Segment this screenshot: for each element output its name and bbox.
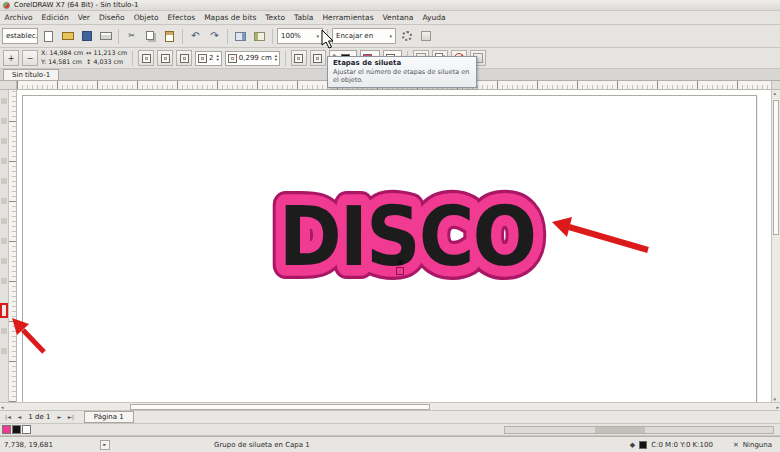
menu-ventana[interactable]: Ventana (378, 11, 418, 24)
y-position-value: 14,581 cm (48, 58, 82, 65)
round-corners-button[interactable] (310, 50, 326, 66)
preset-dropdown[interactable]: establec... (2, 28, 38, 44)
to-center-contour-button[interactable] (138, 50, 154, 66)
title-bar: CorelDRAW X7 (64 Bit) - Sin título-1 (0, 0, 780, 11)
application-launcher-button[interactable] (417, 28, 434, 45)
new-document-button[interactable] (40, 28, 57, 45)
delete-preset-button[interactable]: − (22, 50, 38, 66)
document-tab[interactable]: Sin título-1 (3, 69, 59, 80)
toolbox-tool[interactable] (1, 328, 7, 334)
width-icon: ↔ (86, 49, 91, 56)
snap-to-dropdown[interactable]: Encajar en (332, 28, 396, 44)
fill-indicator-icon: ◆ (630, 441, 635, 449)
last-page-button[interactable]: ►| (66, 412, 76, 423)
toolbox-tool[interactable] (1, 178, 7, 184)
object-height-value: 4,033 cm (93, 58, 123, 65)
page-tab[interactable]: Página 1 (84, 411, 134, 423)
cut-icon: ✂ (128, 31, 135, 41)
contour-offset-handle[interactable] (396, 267, 404, 275)
menu-mapas-de-bits[interactable]: Mapas de bits (200, 11, 261, 24)
inside-contour-button[interactable] (157, 50, 173, 66)
vertical-ruler[interactable] (9, 90, 17, 402)
menu-ayuda[interactable]: Ayuda (418, 11, 450, 24)
menu-herramientas[interactable]: Herramientas (318, 11, 378, 24)
vertical-scrollbar[interactable] (771, 90, 780, 402)
menu-edicion[interactable]: Edición (37, 11, 73, 24)
menu-objeto[interactable]: Objeto (129, 11, 163, 24)
toolbox-tool[interactable] (1, 158, 7, 164)
export-button[interactable] (251, 28, 268, 45)
undo-button[interactable]: ↶ (187, 28, 204, 45)
add-preset-button[interactable]: + (3, 50, 19, 66)
ruler-options-button[interactable] (771, 81, 780, 90)
toolbox-tool[interactable] (1, 238, 7, 244)
horizontal-scrollbar[interactable] (0, 402, 780, 411)
undo-icon: ↶ (191, 31, 199, 41)
save-button[interactable] (78, 28, 95, 45)
menu-efectos[interactable]: Efectos (163, 11, 200, 24)
horizontal-scroll-thumb[interactable] (130, 404, 430, 410)
contour-offset-field[interactable]: 0,299 cm (225, 51, 280, 66)
application-launcher-icon (421, 31, 431, 41)
to-center-contour-icon (142, 54, 151, 63)
object-size-fields[interactable]: ↔ 11,213 cm ↕ 4,033 cm (86, 49, 127, 66)
miter-corners-icon (294, 54, 303, 63)
paste-button[interactable] (161, 28, 178, 45)
toolbar-separator (272, 29, 273, 44)
toolbox-tool[interactable] (1, 98, 7, 104)
object-position-fields[interactable]: X: 14,984 cm Y: 14,581 cm (41, 49, 83, 66)
artwork-disco-text[interactable]: DISCO DISCO DISCO (247, 170, 567, 300)
options-button[interactable] (398, 28, 415, 45)
contour-tool-highlighted[interactable] (0, 303, 8, 318)
palette-color-white[interactable] (22, 425, 31, 434)
toolbox-tool[interactable] (1, 118, 7, 124)
menu-texto[interactable]: Texto (261, 11, 290, 24)
menu-tabla[interactable]: Tabla (290, 11, 318, 24)
menu-diseno[interactable]: Diseño (94, 11, 129, 24)
palette-scrollbar[interactable] (504, 426, 774, 434)
toolbox-tool[interactable] (1, 138, 7, 144)
import-button[interactable] (232, 28, 249, 45)
open-button[interactable] (59, 28, 76, 45)
tooltip-body: Ajustar el número de etapas de silueta e… (333, 68, 471, 84)
coreldraw-logo-icon (3, 2, 10, 9)
toolbox-tool[interactable] (1, 218, 7, 224)
menu-archivo[interactable]: Archivo (0, 11, 37, 24)
drawing-canvas[interactable]: DISCO DISCO DISCO (17, 90, 771, 402)
palette-flyout-button[interactable]: ► (100, 440, 110, 450)
next-page-button[interactable]: ► (55, 412, 63, 423)
status-fill-swatch[interactable] (639, 441, 647, 449)
x-position-value: 14,984 cm (49, 49, 83, 56)
ruler-origin-button[interactable] (0, 81, 17, 90)
palette-color-pink[interactable] (2, 425, 11, 434)
print-icon (100, 32, 112, 40)
palette-color-black[interactable] (12, 425, 21, 434)
miter-corners-button[interactable] (291, 50, 307, 66)
contour-steps-value: 2 (209, 54, 213, 62)
vertical-scroll-thumb[interactable] (773, 100, 779, 235)
outside-contour-button[interactable] (176, 50, 192, 66)
contour-handle[interactable] (398, 260, 403, 265)
toolbox-tool[interactable] (1, 258, 7, 264)
status-bar: 7,738, 19,681 ► Grupo de silueta en Capa… (0, 436, 780, 452)
toolbox-tool[interactable] (1, 348, 7, 354)
cut-button[interactable]: ✂ (123, 28, 140, 45)
contour-steps-spinner[interactable] (217, 54, 219, 63)
palette-scroll-thumb[interactable] (595, 427, 645, 433)
prev-page-button[interactable]: ◄ (15, 412, 23, 423)
paste-icon (165, 31, 174, 42)
open-folder-icon (62, 32, 74, 40)
contour-offset-spinner[interactable] (275, 54, 277, 63)
copy-button[interactable] (142, 28, 159, 45)
redo-icon: ↷ (210, 31, 218, 41)
menu-ver[interactable]: Ver (73, 11, 94, 24)
print-button[interactable] (97, 28, 114, 45)
zoom-level-select[interactable]: 100% (277, 28, 323, 44)
height-icon: ↕ (86, 58, 91, 65)
page-navigation-bar: |◄ ◄ 1 de 1 ► ►| Página 1 (0, 411, 780, 424)
contour-steps-field[interactable]: 2 (195, 51, 222, 66)
toolbox-tool[interactable] (1, 278, 7, 284)
redo-button[interactable]: ↷ (206, 28, 223, 45)
first-page-button[interactable]: |◄ (3, 412, 13, 423)
toolbox-tool[interactable] (1, 198, 7, 204)
